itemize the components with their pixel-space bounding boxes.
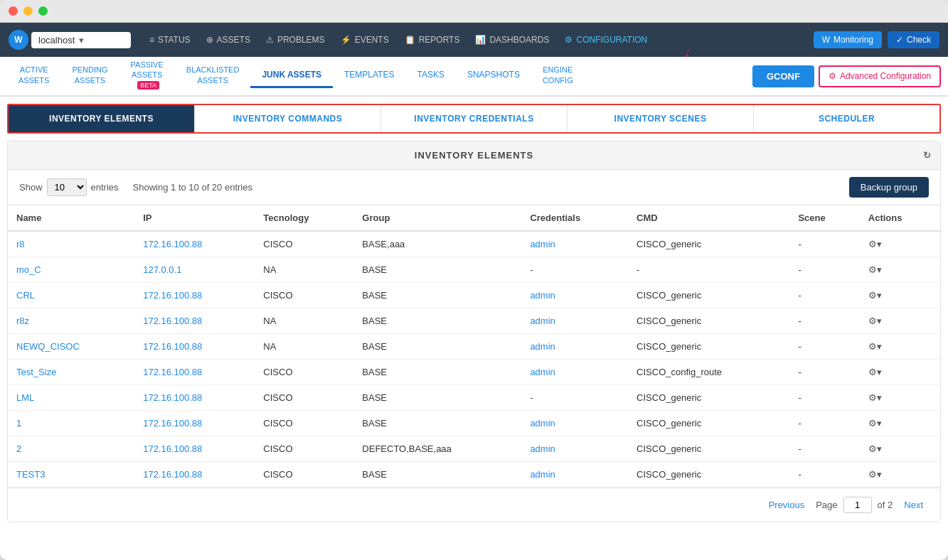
- credential-link[interactable]: admin: [530, 239, 555, 249]
- check-button[interactable]: ✓ Check: [888, 31, 939, 48]
- cell-creds: admin: [521, 334, 628, 360]
- name-link[interactable]: 1: [16, 418, 21, 429]
- cell-actions: ⚙▾: [860, 334, 940, 360]
- ip-link[interactable]: 172.16.100.88: [143, 418, 202, 429]
- tab-inventory-scenes[interactable]: INVENTORY SCENES: [568, 105, 754, 132]
- host-label: localhost: [38, 35, 75, 45]
- col-group: Group: [353, 205, 521, 231]
- tab-blacklisted-assets[interactable]: BLACKLISTEDASSETS: [175, 59, 251, 93]
- tab-passive-assets[interactable]: PASSIVEASSETSBETA: [119, 54, 175, 98]
- tab-templates[interactable]: TEMPLATES: [333, 64, 405, 89]
- cell-name: r8: [8, 231, 134, 257]
- monitoring-button[interactable]: W Monitoring: [814, 31, 882, 48]
- name-link[interactable]: 2: [16, 443, 21, 454]
- close-button[interactable]: [9, 6, 18, 16]
- ip-link[interactable]: 172.16.100.88: [143, 469, 202, 480]
- cell-cmd: CISCO_generic: [628, 385, 789, 411]
- cell-creds: admin: [521, 283, 628, 308]
- gconf-button[interactable]: GCONF: [752, 65, 814, 87]
- nav-reports[interactable]: 📋 REPORTS: [398, 31, 467, 49]
- tab-inventory-credentials[interactable]: INVENTORY CREDENTIALS: [381, 105, 568, 132]
- minimize-button[interactable]: [23, 6, 33, 16]
- action-icon[interactable]: ⚙▾: [868, 290, 882, 301]
- ip-link[interactable]: 172.16.100.88: [143, 316, 202, 326]
- nav-assets[interactable]: ⊕ ASSETS: [199, 31, 257, 49]
- credential-link[interactable]: admin: [530, 469, 555, 480]
- host-selector[interactable]: localhost ▾: [31, 32, 131, 48]
- action-icon[interactable]: ⚙▾: [868, 239, 882, 249]
- ip-link[interactable]: 172.16.100.88: [143, 341, 202, 352]
- credential-link[interactable]: admin: [530, 290, 555, 301]
- credential-link[interactable]: admin: [530, 316, 555, 326]
- name-link[interactable]: Test_Size: [16, 367, 56, 377]
- nav-dashboards[interactable]: 📊 DASHBOARDS: [468, 31, 556, 49]
- nav-items: ≡ STATUS ⊕ ASSETS ⚠ PROBLEMS ⚡ EVENTS 📋 …: [142, 31, 811, 49]
- nav-events[interactable]: ⚡ EVENTS: [334, 31, 396, 49]
- tab-engine-config[interactable]: ENGINECONFIG: [531, 59, 585, 93]
- credential-link[interactable]: admin: [530, 367, 555, 377]
- action-icon[interactable]: ⚙▾: [868, 392, 882, 403]
- name-link[interactable]: LML: [16, 392, 34, 403]
- credential-link[interactable]: admin: [530, 418, 555, 429]
- cell-scene: -: [789, 308, 859, 334]
- table-row: r8 172.16.100.88 CISCO BASE,aaa admin CI…: [8, 231, 940, 257]
- cell-name: CRL: [8, 283, 134, 308]
- ip-link[interactable]: 172.16.100.88: [143, 290, 202, 301]
- cell-scene: -: [789, 257, 859, 283]
- tab-tasks[interactable]: TASKS: [405, 64, 455, 89]
- action-icon[interactable]: ⚙▾: [868, 367, 882, 377]
- action-icon[interactable]: ⚙▾: [868, 316, 882, 326]
- col-actions: Actions: [860, 205, 940, 231]
- name-link[interactable]: CRL: [16, 290, 35, 301]
- credential-link[interactable]: admin: [530, 341, 555, 352]
- tab-active-assets[interactable]: ACTIVEASSETS: [7, 59, 60, 93]
- page-input[interactable]: [843, 497, 872, 513]
- entries-select[interactable]: 10 25 50 100: [47, 178, 87, 196]
- tab-inventory-commands[interactable]: INVENTORY COMMANDS: [195, 105, 381, 132]
- ip-link[interactable]: 172.16.100.88: [143, 392, 202, 403]
- next-button[interactable]: Next: [898, 497, 929, 513]
- tab-scheduler[interactable]: SCHEDULER: [754, 105, 939, 132]
- action-icon[interactable]: ⚙▾: [868, 418, 882, 429]
- inventory-table: Name IP Tecnology Group Credentials CMD …: [8, 205, 940, 488]
- nav-configuration[interactable]: ⚙ CONFIGURATION: [558, 31, 654, 49]
- name-link[interactable]: r8: [16, 239, 25, 249]
- nav-status[interactable]: ≡ STATUS: [142, 31, 198, 49]
- status-icon: ≡: [149, 35, 154, 45]
- name-link[interactable]: NEWQ_CISOC: [16, 341, 80, 352]
- previous-button[interactable]: Previous: [763, 497, 811, 513]
- action-icon[interactable]: ⚙▾: [868, 341, 882, 352]
- ip-link[interactable]: 172.16.100.88: [143, 443, 202, 454]
- name-link[interactable]: mo_C: [16, 264, 41, 275]
- cell-name: LML: [8, 385, 134, 411]
- table-row: 1 172.16.100.88 CISCO BASE admin CISCO_g…: [8, 411, 940, 436]
- cell-cmd: CISCO_generic: [628, 462, 789, 488]
- cell-cmd: CISCO_generic: [628, 308, 789, 334]
- tab-snapshots[interactable]: SNAPSHOTS: [456, 64, 531, 89]
- ip-link[interactable]: 127.0.0.1: [143, 264, 181, 275]
- name-link[interactable]: r8z: [16, 316, 29, 326]
- nav-problems[interactable]: ⚠ PROBLEMS: [259, 31, 332, 49]
- cell-tech: CISCO: [255, 231, 353, 257]
- action-icon[interactable]: ⚙▾: [868, 443, 882, 454]
- cell-group: BASE: [353, 257, 521, 283]
- advanced-config-button[interactable]: ⚙ Advanced Configuration: [819, 65, 941, 87]
- refresh-icon[interactable]: ↻: [923, 150, 932, 161]
- name-link[interactable]: TEST3: [16, 469, 45, 480]
- ip-link[interactable]: 172.16.100.88: [143, 239, 202, 249]
- ip-link[interactable]: 172.16.100.88: [143, 367, 202, 377]
- maximize-button[interactable]: [38, 6, 48, 16]
- submenu-special: ↓ GCONF ⚙ Advanced Configuration: [748, 65, 941, 87]
- beta-badge: BETA: [137, 81, 159, 90]
- credential-link[interactable]: admin: [530, 443, 555, 454]
- table-row: mo_C 127.0.0.1 NA BASE - - - ⚙▾: [8, 257, 940, 283]
- action-icon[interactable]: ⚙▾: [868, 264, 882, 275]
- cell-actions: ⚙▾: [860, 283, 940, 308]
- tab-junk-assets[interactable]: JUNK ASSETS: [250, 64, 333, 89]
- tab-pending-assets[interactable]: PENDINGASSETS: [60, 59, 119, 93]
- action-icon[interactable]: ⚙▾: [868, 469, 882, 480]
- cell-creds: admin: [521, 231, 628, 257]
- cell-name: TEST3: [8, 462, 134, 488]
- tab-inventory-elements[interactable]: INVENTORY ELEMENTS: [9, 105, 195, 132]
- backup-group-button[interactable]: Backup group: [849, 177, 929, 198]
